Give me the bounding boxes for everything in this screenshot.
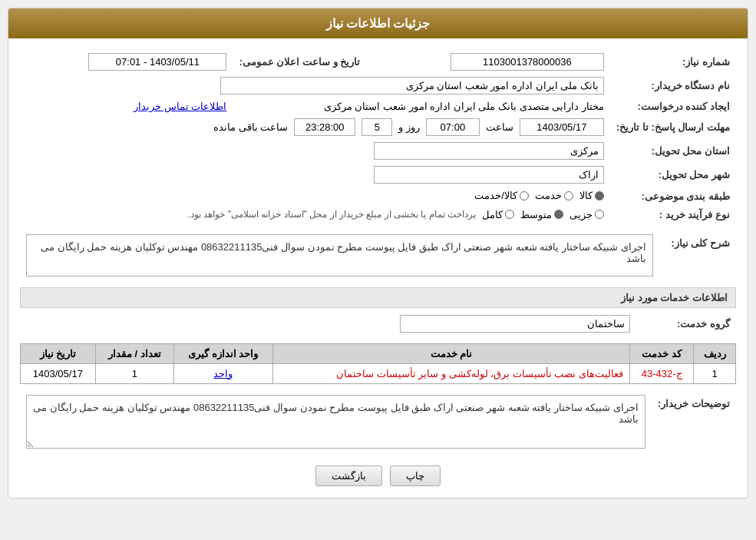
purchase-type-jozi: جزیی (569, 209, 604, 220)
narration-row: شرح کلی نیاز: اجرای شبیکه ساختار یافته ش… (20, 231, 736, 280)
city-row: شهر محل تحویل: اراک (20, 163, 736, 187)
col-code: کد خدمت (630, 343, 694, 363)
creator-value: مختار دارایی متصدی بانک ملی ایران اداره … (324, 101, 604, 112)
radio-kamel-circle (505, 210, 514, 219)
radio-jozi-label: جزیی (569, 209, 593, 220)
deadline-days: 5 (361, 118, 392, 136)
deadline-inline: 1403/05/17 ساعت 07:00 روز و 5 23:28:00 س… (26, 118, 604, 136)
services-table-head: ردیف کد خدمت نام خدمت واحد اندازه گیری ت… (21, 343, 736, 363)
col-quantity: تعداد / مقدار (95, 343, 173, 363)
group-service-row: گروه خدمت: ساختمان (20, 312, 736, 336)
group-service-value: ساختمان (400, 315, 630, 333)
province-label: استان محل تحویل: (610, 139, 736, 163)
purchase-type-kamel: کامل (482, 209, 514, 220)
cell-quantity: 1 (95, 363, 173, 383)
radio-kala-khedmat-circle (520, 191, 529, 200)
category-option-khedmat: خدمت (535, 190, 573, 201)
radio-motavasset-label: متوسط (520, 209, 552, 220)
deadline-remaining-label: ساعت باقی مانده (213, 121, 288, 133)
purchase-type-motavasset: متوسط (520, 209, 563, 220)
services-table-header-row: ردیف کد خدمت نام خدمت واحد اندازه گیری ت… (21, 343, 736, 363)
page-header: جزئیات اطلاعات نیاز (8, 8, 748, 38)
buyer-org-row: نام دستگاه خریدار: بانک ملی ایران اداره … (20, 74, 736, 98)
radio-kala-label: کالا (579, 190, 593, 201)
city-label: شهر محل تحویل: (610, 163, 736, 187)
info-table: شماره نیاز: 1103001378000036 تاریخ و ساع… (20, 50, 736, 224)
page-title: جزئیات اطلاعات نیاز (326, 17, 431, 30)
deadline-label: مهلت ارسال پاسخ: تا تاریخ: (610, 115, 736, 139)
col-unit: واحد اندازه گیری (173, 343, 272, 363)
buttons-row: چاپ بازگشت (20, 465, 736, 486)
radio-motavasset-circle (554, 210, 563, 219)
need-number-label: شماره نیاز: (610, 50, 736, 74)
col-index: ردیف (694, 343, 736, 363)
deadline-row: مهلت ارسال پاسخ: تا تاریخ: 1403/05/17 سا… (20, 115, 736, 139)
col-date: تاریخ نیاز (21, 343, 96, 363)
purchase-type-inline: جزیی متوسط کامل (26, 209, 604, 220)
group-service-label: گروه خدمت: (636, 312, 736, 336)
cell-unit: واحد (173, 363, 272, 383)
buyer-description-row: توضیحات خریدار: (20, 392, 736, 454)
cell-date: 1403/05/17 (21, 363, 96, 383)
province-value: مرکزی (374, 142, 604, 160)
cell-code: ج-432-43 (630, 363, 694, 383)
announcement-value: 1403/05/11 - 07:01 (88, 53, 226, 71)
announcement-row: شماره نیاز: 1103001378000036 تاریخ و ساع… (20, 50, 736, 74)
col-name: نام خدمت (272, 343, 629, 363)
province-row: استان محل تحویل: مرکزی (20, 139, 736, 163)
category-option-kala-khedmat: کالا/خدمت (474, 190, 529, 201)
city-value: اراک (374, 166, 604, 184)
main-card: جزئیات اطلاعات نیاز شماره نیاز: 11030013… (8, 8, 748, 499)
buyer-description-content[interactable] (26, 395, 645, 449)
purchase-type-radio-group: جزیی متوسط کامل (482, 209, 604, 220)
deadline-days-label: روز و (398, 121, 420, 133)
deadline-time-label: ساعت (486, 121, 513, 133)
narration-content: اجرای شبیکه ساختار یافته شعبه شهر صنعتی … (26, 234, 653, 277)
creator-label: ایجاد کننده درخواست: (610, 98, 736, 115)
services-table: ردیف کد خدمت نام خدمت واحد اندازه گیری ت… (20, 343, 736, 384)
purchase-type-note: پرداخت تمام یا بخشی از مبلغ خریدار از مح… (188, 209, 476, 220)
purchase-type-label: نوع فرآیند خرید : (610, 206, 736, 224)
creator-row: ایجاد کننده درخواست: مختار دارایی متصدی … (20, 98, 736, 115)
category-label: طبقه بندی موضوعی: (610, 187, 736, 206)
deadline-date: 1403/05/17 (520, 118, 604, 136)
category-row: طبقه بندی موضوعی: کالا خدمت (20, 187, 736, 206)
deadline-time: 07:00 (426, 118, 480, 136)
purchase-type-row: نوع فرآیند خرید : جزیی متوسط (20, 206, 736, 224)
radio-jozi-circle (595, 210, 604, 219)
radio-khedmat-label: خدمت (535, 190, 562, 201)
back-button[interactable]: بازگشت (315, 465, 382, 486)
deadline-remaining: 23:28:00 (294, 118, 355, 136)
buyer-description-label: توضیحات خریدار: (652, 392, 736, 454)
page-wrapper: جزئیات اطلاعات نیاز شماره نیاز: 11030013… (0, 0, 756, 540)
table-row: 1 ج-432-43 فعالیت‌های نصب تأسیسات برق، ل… (21, 363, 736, 383)
cell-name: فعالیت‌های نصب تأسیسات برق، لوله‌کشی و س… (272, 363, 629, 383)
buyer-org-value: بانک ملی ایران اداره امور شعب استان مرکز… (220, 77, 604, 94)
narration-section: شرح کلی نیاز: اجرای شبیکه ساختار یافته ش… (20, 231, 736, 280)
buyer-org-label: نام دستگاه خریدار: (610, 74, 736, 98)
cell-index: 1 (694, 363, 736, 383)
announcement-label: تاریخ و ساعت اعلان عمومی: (233, 50, 375, 74)
contact-link[interactable]: اطلاعات تماس خریدار (134, 101, 226, 112)
services-section-header: اطلاعات خدمات مورد نیاز (20, 287, 736, 308)
radio-kamel-label: کامل (482, 209, 503, 220)
narration-label: شرح کلی نیاز: (659, 231, 736, 280)
radio-khedmat-circle (564, 191, 573, 200)
category-option-kala: کالا (579, 190, 604, 201)
need-number-value: 1103001378000036 (451, 53, 604, 71)
card-body: شماره نیاز: 1103001378000036 تاریخ و ساع… (8, 38, 748, 498)
services-table-body: 1 ج-432-43 فعالیت‌های نصب تأسیسات برق، ل… (21, 363, 736, 383)
radio-kala-circle (595, 191, 604, 200)
print-button[interactable]: چاپ (390, 465, 441, 486)
radio-kala-khedmat-label: کالا/خدمت (474, 190, 517, 201)
category-radio-group: کالا خدمت کالا/خدمت (474, 190, 604, 201)
